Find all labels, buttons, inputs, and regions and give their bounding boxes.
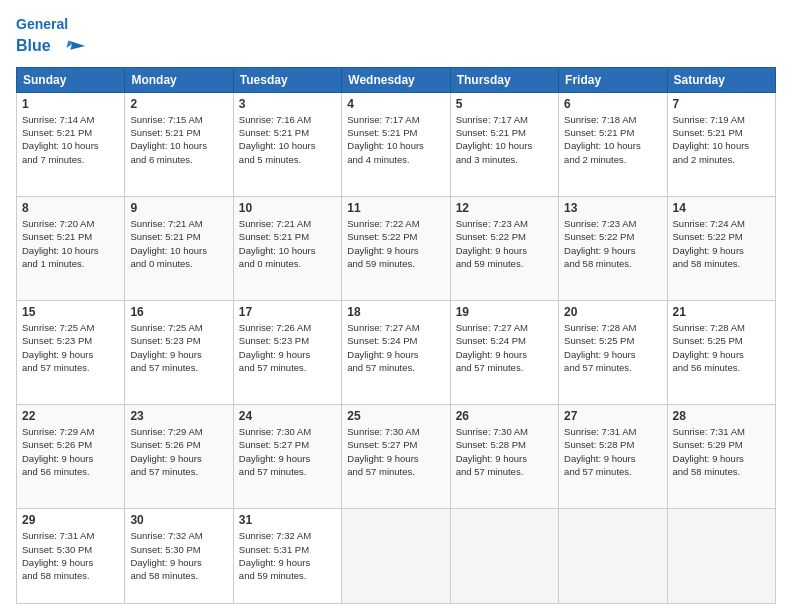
calendar-table: Sunday Monday Tuesday Wednesday Thursday… bbox=[16, 67, 776, 604]
day-info-6: Sunrise: 7:18 AM Sunset: 5:21 PM Dayligh… bbox=[564, 113, 661, 166]
day-info-23: Sunrise: 7:29 AM Sunset: 5:26 PM Dayligh… bbox=[130, 425, 227, 478]
day-cell-12: 12 Sunrise: 7:23 AM Sunset: 5:22 PM Dayl… bbox=[450, 196, 558, 300]
day-info-18: Sunrise: 7:27 AM Sunset: 5:24 PM Dayligh… bbox=[347, 321, 444, 374]
header-wednesday: Wednesday bbox=[342, 67, 450, 92]
day-cell-18: 18 Sunrise: 7:27 AM Sunset: 5:24 PM Dayl… bbox=[342, 301, 450, 405]
day-cell-25: 25 Sunrise: 7:30 AM Sunset: 5:27 PM Dayl… bbox=[342, 405, 450, 509]
day-number-21: 21 bbox=[673, 305, 770, 319]
day-cell-9: 9 Sunrise: 7:21 AM Sunset: 5:21 PM Dayli… bbox=[125, 196, 233, 300]
day-cell-26: 26 Sunrise: 7:30 AM Sunset: 5:28 PM Dayl… bbox=[450, 405, 558, 509]
day-cell-14: 14 Sunrise: 7:24 AM Sunset: 5:22 PM Dayl… bbox=[667, 196, 775, 300]
day-cell-30: 30 Sunrise: 7:32 AM Sunset: 5:30 PM Dayl… bbox=[125, 509, 233, 604]
day-cell-21: 21 Sunrise: 7:28 AM Sunset: 5:25 PM Dayl… bbox=[667, 301, 775, 405]
day-cell-10: 10 Sunrise: 7:21 AM Sunset: 5:21 PM Dayl… bbox=[233, 196, 341, 300]
day-number-2: 2 bbox=[130, 97, 227, 111]
empty-cell bbox=[342, 509, 450, 604]
day-info-22: Sunrise: 7:29 AM Sunset: 5:26 PM Dayligh… bbox=[22, 425, 119, 478]
day-number-19: 19 bbox=[456, 305, 553, 319]
day-cell-1: 1 Sunrise: 7:14 AM Sunset: 5:21 PM Dayli… bbox=[17, 92, 125, 196]
day-cell-6: 6 Sunrise: 7:18 AM Sunset: 5:21 PM Dayli… bbox=[559, 92, 667, 196]
day-cell-11: 11 Sunrise: 7:22 AM Sunset: 5:22 PM Dayl… bbox=[342, 196, 450, 300]
logo: General Blue bbox=[16, 16, 87, 61]
header-monday: Monday bbox=[125, 67, 233, 92]
day-cell-7: 7 Sunrise: 7:19 AM Sunset: 5:21 PM Dayli… bbox=[667, 92, 775, 196]
calendar-row: 8 Sunrise: 7:20 AM Sunset: 5:21 PM Dayli… bbox=[17, 196, 776, 300]
day-number-23: 23 bbox=[130, 409, 227, 423]
day-cell-28: 28 Sunrise: 7:31 AM Sunset: 5:29 PM Dayl… bbox=[667, 405, 775, 509]
day-number-1: 1 bbox=[22, 97, 119, 111]
day-info-20: Sunrise: 7:28 AM Sunset: 5:25 PM Dayligh… bbox=[564, 321, 661, 374]
day-number-20: 20 bbox=[564, 305, 661, 319]
weekday-header-row: Sunday Monday Tuesday Wednesday Thursday… bbox=[17, 67, 776, 92]
day-info-17: Sunrise: 7:26 AM Sunset: 5:23 PM Dayligh… bbox=[239, 321, 336, 374]
day-number-13: 13 bbox=[564, 201, 661, 215]
header-saturday: Saturday bbox=[667, 67, 775, 92]
header: General Blue bbox=[16, 12, 776, 61]
day-cell-3: 3 Sunrise: 7:16 AM Sunset: 5:21 PM Dayli… bbox=[233, 92, 341, 196]
day-number-6: 6 bbox=[564, 97, 661, 111]
calendar-row: 22 Sunrise: 7:29 AM Sunset: 5:26 PM Dayl… bbox=[17, 405, 776, 509]
day-cell-4: 4 Sunrise: 7:17 AM Sunset: 5:21 PM Dayli… bbox=[342, 92, 450, 196]
day-info-16: Sunrise: 7:25 AM Sunset: 5:23 PM Dayligh… bbox=[130, 321, 227, 374]
day-cell-17: 17 Sunrise: 7:26 AM Sunset: 5:23 PM Dayl… bbox=[233, 301, 341, 405]
day-cell-13: 13 Sunrise: 7:23 AM Sunset: 5:22 PM Dayl… bbox=[559, 196, 667, 300]
day-number-24: 24 bbox=[239, 409, 336, 423]
day-cell-15: 15 Sunrise: 7:25 AM Sunset: 5:23 PM Dayl… bbox=[17, 301, 125, 405]
day-info-21: Sunrise: 7:28 AM Sunset: 5:25 PM Dayligh… bbox=[673, 321, 770, 374]
day-info-15: Sunrise: 7:25 AM Sunset: 5:23 PM Dayligh… bbox=[22, 321, 119, 374]
header-tuesday: Tuesday bbox=[233, 67, 341, 92]
logo-bird-icon bbox=[59, 33, 87, 61]
day-info-19: Sunrise: 7:27 AM Sunset: 5:24 PM Dayligh… bbox=[456, 321, 553, 374]
day-number-15: 15 bbox=[22, 305, 119, 319]
empty-cell bbox=[667, 509, 775, 604]
day-info-13: Sunrise: 7:23 AM Sunset: 5:22 PM Dayligh… bbox=[564, 217, 661, 270]
day-info-5: Sunrise: 7:17 AM Sunset: 5:21 PM Dayligh… bbox=[456, 113, 553, 166]
day-number-3: 3 bbox=[239, 97, 336, 111]
empty-cell bbox=[450, 509, 558, 604]
day-info-30: Sunrise: 7:32 AM Sunset: 5:30 PM Dayligh… bbox=[130, 529, 227, 582]
day-cell-31: 31 Sunrise: 7:32 AM Sunset: 5:31 PM Dayl… bbox=[233, 509, 341, 604]
day-number-31: 31 bbox=[239, 513, 336, 527]
day-cell-29: 29 Sunrise: 7:31 AM Sunset: 5:30 PM Dayl… bbox=[17, 509, 125, 604]
day-number-29: 29 bbox=[22, 513, 119, 527]
calendar-row: 29 Sunrise: 7:31 AM Sunset: 5:30 PM Dayl… bbox=[17, 509, 776, 604]
day-number-22: 22 bbox=[22, 409, 119, 423]
day-number-4: 4 bbox=[347, 97, 444, 111]
header-friday: Friday bbox=[559, 67, 667, 92]
day-number-27: 27 bbox=[564, 409, 661, 423]
day-number-5: 5 bbox=[456, 97, 553, 111]
day-number-17: 17 bbox=[239, 305, 336, 319]
day-cell-22: 22 Sunrise: 7:29 AM Sunset: 5:26 PM Dayl… bbox=[17, 405, 125, 509]
page: General Blue Sunday Monday Tuesday bbox=[0, 0, 792, 612]
day-info-11: Sunrise: 7:22 AM Sunset: 5:22 PM Dayligh… bbox=[347, 217, 444, 270]
day-cell-20: 20 Sunrise: 7:28 AM Sunset: 5:25 PM Dayl… bbox=[559, 301, 667, 405]
day-number-14: 14 bbox=[673, 201, 770, 215]
day-number-25: 25 bbox=[347, 409, 444, 423]
empty-cell bbox=[559, 509, 667, 604]
day-number-12: 12 bbox=[456, 201, 553, 215]
day-info-31: Sunrise: 7:32 AM Sunset: 5:31 PM Dayligh… bbox=[239, 529, 336, 582]
day-info-3: Sunrise: 7:16 AM Sunset: 5:21 PM Dayligh… bbox=[239, 113, 336, 166]
day-info-9: Sunrise: 7:21 AM Sunset: 5:21 PM Dayligh… bbox=[130, 217, 227, 270]
calendar-row: 1 Sunrise: 7:14 AM Sunset: 5:21 PM Dayli… bbox=[17, 92, 776, 196]
day-info-27: Sunrise: 7:31 AM Sunset: 5:28 PM Dayligh… bbox=[564, 425, 661, 478]
header-thursday: Thursday bbox=[450, 67, 558, 92]
day-info-2: Sunrise: 7:15 AM Sunset: 5:21 PM Dayligh… bbox=[130, 113, 227, 166]
svg-marker-0 bbox=[68, 40, 85, 49]
day-info-14: Sunrise: 7:24 AM Sunset: 5:22 PM Dayligh… bbox=[673, 217, 770, 270]
day-number-30: 30 bbox=[130, 513, 227, 527]
day-info-12: Sunrise: 7:23 AM Sunset: 5:22 PM Dayligh… bbox=[456, 217, 553, 270]
header-sunday: Sunday bbox=[17, 67, 125, 92]
logo-general: General bbox=[16, 16, 68, 32]
day-number-28: 28 bbox=[673, 409, 770, 423]
day-cell-16: 16 Sunrise: 7:25 AM Sunset: 5:23 PM Dayl… bbox=[125, 301, 233, 405]
day-info-1: Sunrise: 7:14 AM Sunset: 5:21 PM Dayligh… bbox=[22, 113, 119, 166]
day-cell-19: 19 Sunrise: 7:27 AM Sunset: 5:24 PM Dayl… bbox=[450, 301, 558, 405]
day-number-7: 7 bbox=[673, 97, 770, 111]
calendar-row: 15 Sunrise: 7:25 AM Sunset: 5:23 PM Dayl… bbox=[17, 301, 776, 405]
day-cell-2: 2 Sunrise: 7:15 AM Sunset: 5:21 PM Dayli… bbox=[125, 92, 233, 196]
day-cell-8: 8 Sunrise: 7:20 AM Sunset: 5:21 PM Dayli… bbox=[17, 196, 125, 300]
day-cell-23: 23 Sunrise: 7:29 AM Sunset: 5:26 PM Dayl… bbox=[125, 405, 233, 509]
day-info-8: Sunrise: 7:20 AM Sunset: 5:21 PM Dayligh… bbox=[22, 217, 119, 270]
logo-blue: Blue bbox=[16, 37, 51, 54]
